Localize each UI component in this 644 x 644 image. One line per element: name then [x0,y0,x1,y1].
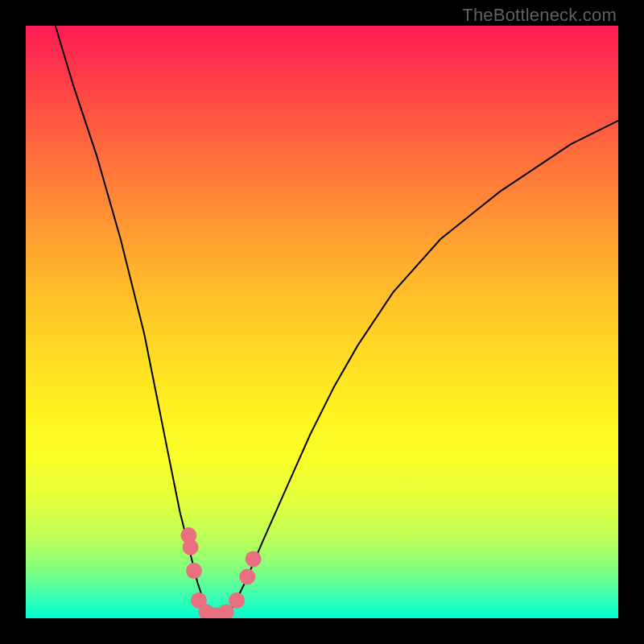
data-marker [186,563,202,579]
data-marker [183,539,199,555]
data-markers [180,527,261,618]
data-marker [239,569,255,585]
data-marker [229,592,245,609]
bottleneck-curve [56,26,618,618]
chart-frame: TheBottleneck.com [0,0,644,644]
data-marker [246,551,262,567]
attribution-label: TheBottleneck.com [462,5,617,26]
chart-svg [26,26,618,618]
